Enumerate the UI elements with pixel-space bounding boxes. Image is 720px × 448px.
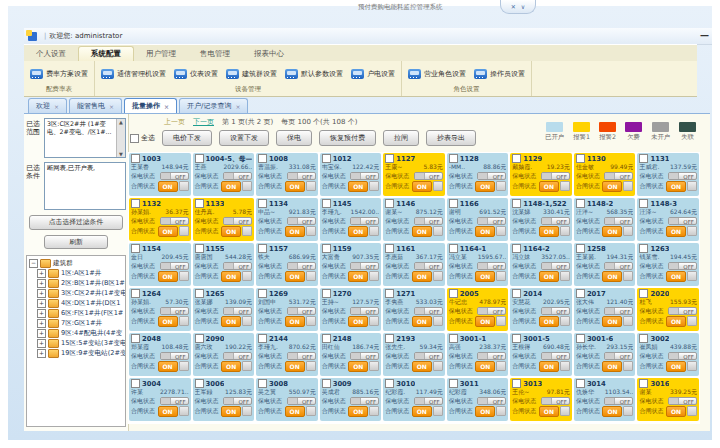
card-checkbox[interactable] xyxy=(195,289,204,298)
meter-card[interactable]: 1133佳丹真.5.78元保电状态OFF合闸状态ON xyxy=(193,198,255,241)
baodian-toggle[interactable]: OFF xyxy=(477,352,506,360)
hezha-toggle[interactable]: ON xyxy=(539,406,570,417)
baodian-toggle[interactable]: OFF xyxy=(223,352,252,360)
ribbon-tab-个人设置[interactable]: 个人设置 xyxy=(24,47,78,62)
expand-icon[interactable]: + xyxy=(37,289,46,298)
hezha-toggle[interactable]: ON xyxy=(602,361,633,372)
hezha-toggle[interactable]: ON xyxy=(666,361,697,372)
hezha-toggle[interactable]: ON xyxy=(475,226,506,237)
meter-card[interactable]: 1148-2汪洋~568.35元保电状态OFF合闸状态ON xyxy=(574,198,636,241)
baodian-toggle[interactable]: OFF xyxy=(668,262,697,270)
meter-card[interactable]: 2193张先生.59.34元保电状态OFF合闸状态ON xyxy=(383,333,445,376)
card-checkbox[interactable] xyxy=(512,289,521,298)
baodian-toggle[interactable]: OFF xyxy=(160,307,189,315)
card-checkbox[interactable] xyxy=(449,289,458,298)
tree-item[interactable]: +15区:5#变站(3#变电 xyxy=(37,339,125,348)
hezha-toggle[interactable]: ON xyxy=(158,271,189,282)
hezha-toggle[interactable]: ON xyxy=(285,181,316,192)
hezha-toggle[interactable]: ON xyxy=(412,181,443,192)
baodian-toggle[interactable]: OFF xyxy=(160,397,189,405)
baodian-toggle[interactable]: OFF xyxy=(541,262,570,270)
hezha-toggle[interactable]: ON xyxy=(158,226,189,237)
close-icon[interactable]: × xyxy=(54,103,59,110)
baodian-toggle[interactable]: OFF xyxy=(477,397,506,405)
ribbon-tab-报表中心[interactable]: 报表中心 xyxy=(242,47,296,62)
chevron-down-icon[interactable]: ∨ xyxy=(521,3,525,10)
close-icon[interactable]: × xyxy=(109,103,114,110)
select-all-checkbox[interactable] xyxy=(130,134,139,143)
baodian-toggle[interactable]: OFF xyxy=(160,352,189,360)
baodian-toggle[interactable]: OFF xyxy=(477,217,506,225)
hezha-toggle[interactable]: ON xyxy=(221,316,252,327)
close-icon[interactable]: × xyxy=(235,103,240,110)
card-checkbox[interactable] xyxy=(131,334,140,343)
card-checkbox[interactable] xyxy=(258,379,267,388)
baodian-toggle[interactable]: OFF xyxy=(287,397,316,405)
baodian-toggle[interactable]: OFF xyxy=(541,307,570,315)
baodian-toggle[interactable]: OFF xyxy=(223,217,252,225)
card-checkbox[interactable] xyxy=(576,334,585,343)
card-checkbox[interactable] xyxy=(322,199,331,208)
meter-card[interactable]: 3011纪彩霞348.06元保电状态OFF合闸状态ON xyxy=(447,378,509,421)
card-checkbox[interactable] xyxy=(639,199,648,208)
tree-item[interactable]: +9区:4#配电井(4#变 xyxy=(37,329,125,338)
meter-card[interactable]: 1159大富贵907.35元保电状态OFF合闸状态ON xyxy=(320,243,382,286)
meter-card[interactable]: 1154金日209.45元保电状态OFF合闸状态ON xyxy=(129,243,191,286)
tree-item[interactable]: +1区:A区1#井 xyxy=(37,269,125,278)
meter-card[interactable]: 1128-MM..88.86元保电状态OFF合闸状态ON xyxy=(447,153,509,196)
card-checkbox[interactable] xyxy=(322,379,331,388)
meter-card[interactable]: 1012韦宝保.122.42元保电状态OFF合闸状态ON xyxy=(320,153,382,196)
hezha-toggle[interactable]: ON xyxy=(412,406,443,417)
card-checkbox[interactable] xyxy=(576,379,585,388)
baodian-toggle[interactable]: OFF xyxy=(414,352,443,360)
hezha-toggle[interactable]: ON xyxy=(285,316,316,327)
meter-card[interactable]: 1148-1,522沈某娣330.41元保电状态OFF合闸状态ON xyxy=(510,198,572,241)
meter-card[interactable]: 1269刘国申531.72元保电状态OFF合闸状态ON xyxy=(256,288,318,331)
expand-icon[interactable]: + xyxy=(37,299,46,308)
ribbon-button-操作员设置[interactable]: 操作员设置 xyxy=(472,68,527,80)
card-checkbox[interactable] xyxy=(131,379,140,388)
tree-root[interactable]: −建筑群 xyxy=(29,259,125,268)
refresh-button[interactable]: 刷新 xyxy=(44,235,108,249)
ribbon-tab-系统配置[interactable]: 系统配置 xyxy=(78,46,134,62)
baodian-toggle[interactable]: OFF xyxy=(604,307,633,315)
card-checkbox[interactable] xyxy=(322,154,331,163)
ribbon-button-建筑群设置[interactable]: 建筑群设置 xyxy=(224,68,279,80)
hezha-toggle[interactable]: ON xyxy=(539,226,570,237)
scroll-down-icon[interactable]: ▼ xyxy=(119,151,123,157)
condition-textbox[interactable]: 断网表,已开户表, xyxy=(44,162,126,210)
meter-card[interactable]: 1148-3汪泽~624.64元保电状态OFF合闸状态ON xyxy=(637,198,699,241)
card-checkbox[interactable] xyxy=(512,379,521,388)
card-checkbox[interactable] xyxy=(195,244,204,253)
ribbon-tab-用户管理[interactable]: 用户管理 xyxy=(134,47,188,62)
baodian-toggle[interactable]: OFF xyxy=(223,307,252,315)
card-checkbox[interactable] xyxy=(449,199,458,208)
meter-card[interactable]: 1129戴妯霞.19.23元保电状态OFF合闸状态ON xyxy=(510,153,572,196)
card-checkbox[interactable] xyxy=(195,154,204,163)
baodian-toggle[interactable]: OFF xyxy=(541,352,570,360)
hezha-toggle[interactable]: ON xyxy=(285,271,316,282)
hezha-toggle[interactable]: ON xyxy=(412,226,443,237)
hezha-toggle[interactable]: ON xyxy=(602,406,633,417)
hezha-toggle[interactable]: ON xyxy=(475,271,506,282)
card-checkbox[interactable] xyxy=(131,244,140,253)
hezha-toggle[interactable]: ON xyxy=(285,406,316,417)
card-checkbox[interactable] xyxy=(258,244,267,253)
meter-card[interactable]: 1164-1冯立某1595.67..保电状态OFF合闸状态ON xyxy=(447,243,509,286)
baodian-toggle[interactable]: OFF xyxy=(668,172,697,180)
baodian-toggle[interactable]: OFF xyxy=(668,217,697,225)
card-checkbox[interactable] xyxy=(258,199,267,208)
card-checkbox[interactable] xyxy=(512,199,521,208)
meter-card[interactable]: 3008吴之翼550.97元保电状态OFF合闸状态ON xyxy=(256,378,318,421)
card-checkbox[interactable] xyxy=(449,379,458,388)
meter-card[interactable]: 1263钱某雪.194.45元保电状态OFF合闸状态ON xyxy=(637,243,699,286)
meter-card[interactable]: 1146谢某~875.12元保电状态OFF合闸状态ON xyxy=(383,198,445,241)
card-checkbox[interactable] xyxy=(512,244,521,253)
minimize-button[interactable]: — xyxy=(700,30,709,40)
hezha-toggle[interactable]: ON xyxy=(221,361,252,372)
ribbon-button-仪表设置[interactable]: 仪表设置 xyxy=(172,68,220,80)
expand-icon[interactable]: + xyxy=(37,329,46,338)
hezha-toggle[interactable]: ON xyxy=(539,361,570,372)
card-checkbox[interactable] xyxy=(258,154,267,163)
baodian-toggle[interactable]: OFF xyxy=(350,217,379,225)
